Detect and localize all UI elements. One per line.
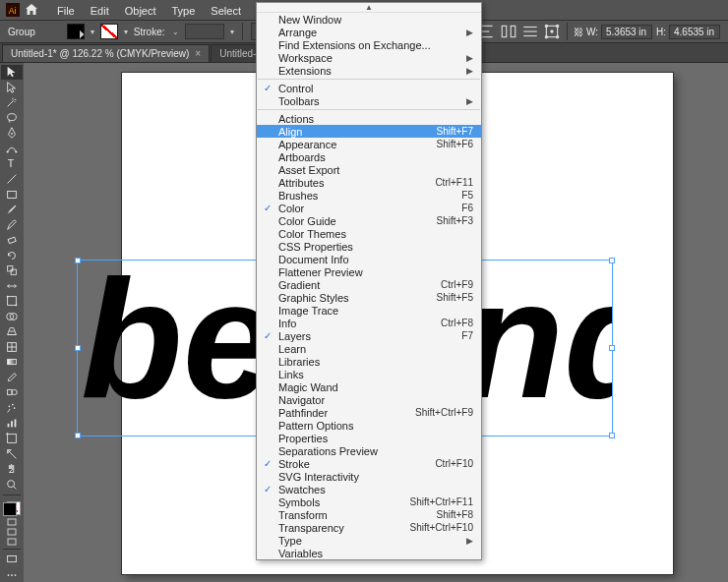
free-transform-tool[interactable] bbox=[1, 294, 23, 309]
menu-item-magic-wand[interactable]: Magic Wand bbox=[257, 380, 481, 393]
stroke-weight-menu-icon[interactable]: ▾ bbox=[230, 28, 234, 36]
line-tool[interactable] bbox=[1, 172, 23, 187]
menu-item-image-trace[interactable]: Image Trace bbox=[257, 304, 481, 317]
menu-item-appearance[interactable]: AppearanceShift+F6 bbox=[257, 138, 481, 150]
menu-item-symbols[interactable]: SymbolsShift+Ctrl+F11 bbox=[257, 495, 481, 508]
menu-item-flattener-preview[interactable]: Flattener Preview bbox=[257, 265, 481, 278]
handle-top-left[interactable] bbox=[75, 258, 81, 263]
menu-item-brushes[interactable]: BrushesF5 bbox=[257, 189, 481, 202]
zoom-tool[interactable] bbox=[1, 477, 23, 492]
menu-item-extensions[interactable]: Extensions▶ bbox=[257, 64, 481, 77]
menu-item-artboards[interactable]: Artboards bbox=[257, 150, 481, 163]
menu-item-learn[interactable]: Learn bbox=[257, 342, 481, 355]
menu-item-transparency[interactable]: TransparencyShift+Ctrl+F10 bbox=[257, 521, 481, 534]
menu-item-navigator[interactable]: Navigator bbox=[257, 393, 481, 406]
hand-tool[interactable] bbox=[1, 462, 23, 477]
menu-item-libraries[interactable]: Libraries bbox=[257, 355, 481, 368]
align-more-icon[interactable] bbox=[521, 23, 539, 40]
menu-item-control[interactable]: ✓Control bbox=[257, 82, 481, 94]
draw-behind-icon[interactable] bbox=[1, 528, 23, 537]
type-tool[interactable]: T bbox=[1, 156, 23, 171]
menu-item-color[interactable]: ✓ColorF6 bbox=[257, 202, 481, 214]
edit-toolbar-icon[interactable] bbox=[1, 567, 23, 582]
shape-builder-tool[interactable] bbox=[1, 310, 23, 324]
lasso-tool[interactable] bbox=[1, 111, 23, 126]
pencil-tool[interactable] bbox=[1, 217, 23, 232]
menu-item-graphic-styles[interactable]: Graphic StylesShift+F5 bbox=[257, 291, 481, 304]
eyedropper-tool[interactable] bbox=[1, 371, 23, 385]
direct-selection-tool[interactable] bbox=[1, 81, 23, 95]
menu-item-transform[interactable]: TransformShift+F8 bbox=[257, 508, 481, 521]
stroke-swatch[interactable] bbox=[100, 24, 118, 39]
transform-reference-icon[interactable] bbox=[543, 23, 561, 40]
menu-object[interactable]: Object bbox=[117, 2, 164, 20]
graph-tool[interactable] bbox=[1, 416, 23, 431]
magic-wand-tool[interactable] bbox=[1, 95, 23, 110]
rotate-tool[interactable] bbox=[1, 248, 23, 262]
width-tool[interactable] bbox=[1, 278, 23, 293]
distribute-icon[interactable] bbox=[500, 23, 517, 40]
width-field[interactable]: 5.3653 in bbox=[601, 25, 652, 39]
fill-swatch[interactable] bbox=[67, 24, 85, 39]
handle-bottom-right[interactable] bbox=[609, 433, 615, 438]
slice-tool[interactable] bbox=[1, 446, 23, 461]
menu-item-arrange[interactable]: Arrange▶ bbox=[257, 26, 481, 38]
menu-item-properties[interactable]: Properties bbox=[257, 432, 481, 444]
stroke-dropdown-icon[interactable]: ▾ bbox=[124, 28, 128, 36]
menu-item-svg-interactivity[interactable]: SVG Interactivity bbox=[257, 470, 481, 483]
menu-item-swatches[interactable]: ✓Swatches bbox=[257, 483, 481, 495]
menu-file[interactable]: File bbox=[49, 2, 83, 20]
paintbrush-tool[interactable] bbox=[1, 203, 23, 217]
stroke-weight-field[interactable] bbox=[185, 24, 224, 39]
handle-mid-left[interactable] bbox=[75, 345, 81, 351]
menu-item-new-window[interactable]: New Window bbox=[257, 13, 481, 26]
menu-item-gradient[interactable]: GradientCtrl+F9 bbox=[257, 278, 481, 291]
document-tab[interactable]: Untitled-1* @ 126.22 % (CMYK/Preview)× bbox=[2, 44, 210, 62]
menu-item-workspace[interactable]: Workspace▶ bbox=[257, 51, 481, 64]
stroke-weight-down-icon[interactable]: ⌄ bbox=[172, 28, 179, 36]
close-icon[interactable]: × bbox=[195, 48, 201, 59]
menu-type[interactable]: Type bbox=[164, 2, 204, 20]
screen-mode-icon[interactable] bbox=[1, 553, 23, 567]
selection-tool[interactable] bbox=[1, 65, 23, 80]
mesh-tool[interactable] bbox=[1, 340, 23, 355]
curvature-tool[interactable] bbox=[1, 142, 23, 156]
height-field[interactable]: 4.6535 in bbox=[669, 25, 720, 39]
menu-item-css-properties[interactable]: CSS Properties bbox=[257, 240, 481, 253]
draw-normal-icon[interactable] bbox=[1, 518, 23, 527]
menu-item-links[interactable]: Links bbox=[257, 368, 481, 380]
home-icon[interactable] bbox=[24, 2, 39, 18]
artboard-tool[interactable] bbox=[1, 432, 23, 446]
menu-select[interactable]: Select bbox=[203, 2, 249, 20]
menu-item-align[interactable]: AlignShift+F7 bbox=[257, 125, 481, 138]
fill-dropdown-icon[interactable]: ▾ bbox=[91, 28, 94, 36]
menu-item-color-guide[interactable]: Color GuideShift+F3 bbox=[257, 214, 481, 227]
link-wh-icon[interactable]: ⛓ bbox=[574, 27, 583, 37]
menu-item-stroke[interactable]: ✓StrokeCtrl+F10 bbox=[257, 457, 481, 470]
handle-mid-right[interactable] bbox=[609, 345, 615, 351]
draw-inside-icon[interactable] bbox=[1, 537, 23, 546]
eraser-tool[interactable] bbox=[1, 233, 23, 248]
menu-item-actions[interactable]: Actions bbox=[257, 112, 481, 125]
menu-item-layers[interactable]: ✓LayersF7 bbox=[257, 329, 481, 342]
menu-item-variables[interactable]: Variables bbox=[257, 547, 481, 559]
menu-item-color-themes[interactable]: Color Themes bbox=[257, 227, 481, 240]
blend-tool[interactable] bbox=[1, 385, 23, 400]
symbol-sprayer-tool[interactable] bbox=[1, 401, 23, 416]
handle-top-right[interactable] bbox=[609, 258, 615, 263]
menu-item-type[interactable]: Type▶ bbox=[257, 534, 481, 547]
handle-bottom-left[interactable] bbox=[75, 433, 81, 438]
perspective-tool[interactable] bbox=[1, 324, 23, 339]
menu-item-asset-export[interactable]: Asset Export bbox=[257, 163, 481, 176]
menu-item-attributes[interactable]: AttributesCtrl+F11 bbox=[257, 176, 481, 189]
scale-tool[interactable] bbox=[1, 263, 23, 278]
gradient-tool[interactable] bbox=[1, 355, 23, 370]
menu-item-toolbars[interactable]: Toolbars▶ bbox=[257, 94, 481, 107]
fill-stroke-control[interactable] bbox=[1, 500, 23, 517]
menu-item-info[interactable]: InfoCtrl+F8 bbox=[257, 317, 481, 329]
menu-item-document-info[interactable]: Document Info bbox=[257, 253, 481, 265]
scroll-up-icon[interactable]: ▲ bbox=[257, 3, 481, 13]
rectangle-tool[interactable] bbox=[1, 187, 23, 202]
menu-item-find-extensions-on-exchange-[interactable]: Find Extensions on Exchange... bbox=[257, 38, 481, 51]
menu-item-pattern-options[interactable]: Pattern Options bbox=[257, 419, 481, 432]
